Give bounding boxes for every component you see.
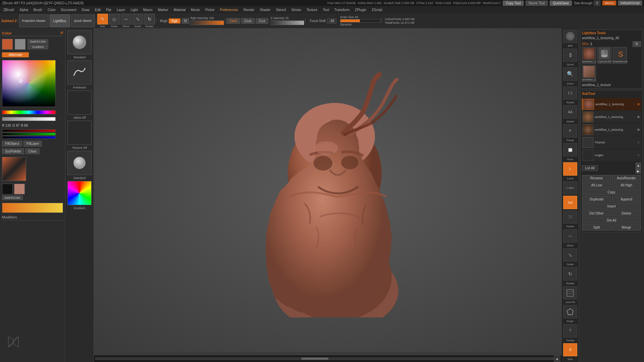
seethrough-value[interactable]: 0 bbox=[594, 1, 600, 6]
color-picker[interactable] bbox=[2, 60, 56, 107]
line-fill-icon[interactable] bbox=[563, 286, 577, 300]
floor-icon[interactable]: ⬜ bbox=[563, 143, 577, 157]
zoom-icon[interactable]: 🔍 bbox=[563, 67, 577, 81]
menu-texture[interactable]: Texture bbox=[305, 7, 319, 12]
side-scale-icon[interactable]: ⤡ bbox=[563, 248, 577, 262]
menus-button[interactable]: Menus bbox=[602, 1, 616, 5]
lightbox-item-cylinder3d[interactable]: Cylinder3D bbox=[597, 47, 611, 64]
merge-button[interactable]: Merge bbox=[612, 224, 641, 231]
gradient-color-2[interactable] bbox=[14, 184, 25, 194]
local-icon[interactable]: L bbox=[563, 162, 577, 176]
subtool-eye-0[interactable]: 👁 bbox=[637, 103, 640, 106]
all-high-button[interactable]: All High bbox=[612, 182, 641, 188]
lightbox-item-texture[interactable]: workflow_1 bbox=[582, 65, 596, 82]
r-button[interactable]: R bbox=[633, 41, 641, 47]
clear-button[interactable]: Clear bbox=[25, 148, 40, 154]
aahal-icon[interactable]: AA bbox=[563, 105, 577, 119]
rotate-button[interactable]: ↻ bbox=[144, 14, 155, 24]
z-intensity-bar[interactable] bbox=[271, 20, 304, 25]
transp-icon[interactable]: T bbox=[563, 324, 577, 338]
side-rotate-icon[interactable]: ↻ bbox=[563, 267, 577, 281]
rgb-intensity-bar[interactable] bbox=[191, 20, 224, 25]
lightbox-button[interactable]: LightBox bbox=[50, 14, 70, 27]
focal-shift-value[interactable]: -38 bbox=[327, 18, 336, 23]
subtool-row-augen[interactable]: Augen 👁 bbox=[582, 149, 641, 161]
del-all-button[interactable]: Del All bbox=[582, 217, 641, 224]
zadd-button[interactable]: Zadd bbox=[226, 18, 240, 24]
menu-zplugin[interactable]: ZPlugin bbox=[354, 7, 368, 12]
subtool-eye-tintatel[interactable]: 👁 bbox=[637, 141, 640, 144]
copy-tool-button[interactable]: Copy Tool bbox=[503, 1, 524, 6]
append-button[interactable]: Append bbox=[612, 196, 641, 202]
brush-freehand[interactable] bbox=[67, 60, 92, 84]
switch-color-button[interactable]: SwitchColor bbox=[28, 39, 48, 44]
delete-button[interactable]: Delete bbox=[612, 210, 641, 217]
color-refresh-icon[interactable]: ↺ bbox=[60, 31, 63, 35]
nav-icon[interactable]: ▲ bbox=[554, 355, 560, 362]
menu-draw[interactable]: Draw bbox=[80, 7, 91, 12]
m-button[interactable]: M bbox=[182, 18, 189, 24]
list-up-arrow[interactable]: ▲ bbox=[636, 163, 641, 168]
menu-marker[interactable]: Marker bbox=[157, 7, 170, 12]
brush-standard[interactable] bbox=[67, 30, 92, 54]
edit-button[interactable]: ✎ bbox=[97, 14, 108, 24]
auto-reorder-button[interactable]: AutoReorder bbox=[612, 175, 641, 181]
gradient-switch-button[interactable]: SwitchColor bbox=[2, 195, 23, 200]
menu-alpha[interactable]: Alpha bbox=[18, 7, 30, 12]
side-move-icon[interactable]: ↔ bbox=[563, 229, 577, 243]
subtool-row-1[interactable]: workflow_1_texturing 👁 bbox=[582, 111, 641, 123]
menu-stencil[interactable]: Stencil bbox=[275, 7, 287, 12]
brush-alpha-off[interactable] bbox=[67, 90, 92, 115]
quicksave-button[interactable]: QuickSave bbox=[550, 1, 572, 6]
r-value[interactable]: R 130 bbox=[2, 124, 11, 127]
draw-size-bar[interactable] bbox=[340, 19, 380, 22]
scroll-thumb[interactable] bbox=[302, 358, 328, 360]
fill-object-button[interactable]: FillObject bbox=[2, 141, 22, 146]
value-bar[interactable] bbox=[2, 117, 56, 121]
subtool-row-tintatel[interactable]: TintAtel 👁 bbox=[582, 136, 641, 148]
polyf-icon[interactable] bbox=[563, 305, 577, 318]
menu-file[interactable]: File bbox=[105, 7, 113, 12]
persp-icon[interactable]: P bbox=[563, 124, 577, 138]
quick-sketch-button[interactable]: Quick Sketch bbox=[71, 14, 95, 27]
copy-button[interactable]: Copy bbox=[582, 189, 641, 195]
lightbox-item-simplebrush[interactable]: S SimpleBrush bbox=[613, 47, 627, 64]
menu-document[interactable]: Document bbox=[60, 7, 78, 12]
zcut-button[interactable]: Zcut bbox=[256, 18, 268, 24]
background-color-swatch[interactable] bbox=[15, 39, 25, 50]
horizontal-scrollbar[interactable] bbox=[95, 357, 554, 360]
menu-brush[interactable]: Brush bbox=[32, 7, 44, 12]
b-slider[interactable] bbox=[2, 136, 56, 139]
menu-color[interactable]: Color bbox=[46, 7, 57, 12]
actual-icon[interactable]: 1:1 bbox=[563, 86, 577, 100]
all-low-button[interactable]: All Low bbox=[582, 182, 611, 188]
brush-texture-off[interactable] bbox=[67, 121, 92, 145]
name-tool-button[interactable]: Name Tool bbox=[526, 1, 548, 6]
menu-zscript[interactable]: ZScript bbox=[370, 7, 384, 12]
alternate-bar[interactable] bbox=[2, 203, 63, 213]
color-wheel-mini[interactable] bbox=[67, 181, 92, 205]
subtool-eye-augen[interactable]: 👁 bbox=[637, 154, 640, 157]
insert-button[interactable]: Insert bbox=[582, 203, 641, 209]
subtool-row-2[interactable]: workflow_1_texturing 👁 bbox=[582, 124, 641, 136]
rgb-button[interactable]: Rgb bbox=[169, 18, 180, 23]
menu-light[interactable]: Light bbox=[129, 7, 139, 12]
menu-stroke[interactable]: Stroke bbox=[290, 7, 303, 12]
menu-macro[interactable]: Macro bbox=[142, 7, 154, 12]
solo-icon[interactable]: S bbox=[563, 343, 577, 357]
menu-tool[interactable]: Tool bbox=[322, 7, 330, 12]
brush-sphere2[interactable] bbox=[67, 151, 92, 175]
alternate-button[interactable]: Alternate bbox=[2, 52, 29, 57]
sys-palette-button[interactable]: SysPalette bbox=[2, 148, 24, 154]
foreground-color-swatch[interactable] bbox=[2, 39, 13, 50]
gradient-color-1[interactable] bbox=[2, 184, 13, 194]
menu-picker[interactable]: Picker bbox=[204, 7, 216, 12]
menu-render[interactable]: Render bbox=[242, 7, 256, 12]
xyz-icon[interactable]: Xyz bbox=[563, 196, 577, 209]
zsub-button[interactable]: Zsub bbox=[241, 18, 255, 24]
subtool-eye-2[interactable]: 👁 bbox=[637, 128, 640, 132]
del-other-button[interactable]: Del Other bbox=[582, 210, 611, 217]
b-value[interactable]: B 88 bbox=[21, 124, 28, 127]
list-right-arrow[interactable]: ▶ bbox=[636, 168, 641, 174]
frame-icon[interactable]: ⬛ bbox=[563, 210, 577, 224]
